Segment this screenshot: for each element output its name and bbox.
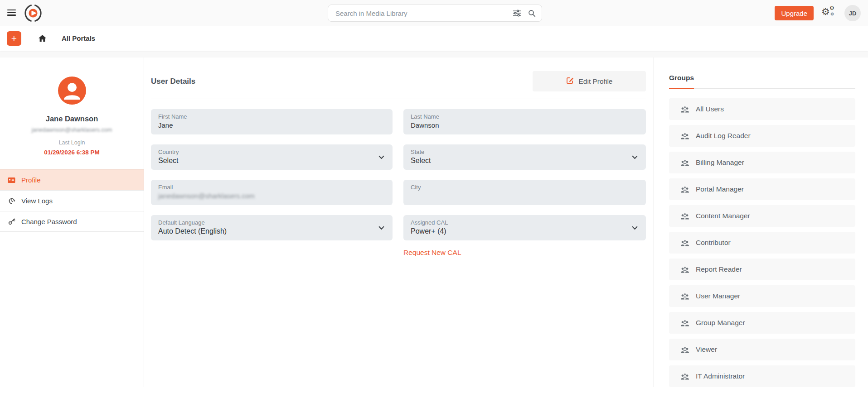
edit-icon [566,77,574,86]
last-name-field[interactable]: Last Name Dawnson [403,109,646,134]
field-label: First Name [158,113,385,120]
field-value: Select [411,157,639,165]
group-item-label: All Users [696,105,724,113]
group-item-label: Contributor [696,239,731,247]
action-bar: + All Portals [0,26,868,51]
user-details-header: User Details Edit Profile [151,58,646,99]
group-item-it-administrator[interactable]: IT Administrator [669,365,855,387]
profile-menu: Profile View Logs [0,169,144,232]
users-icon [680,106,689,113]
field-label: Default Language [158,219,385,226]
search-icon[interactable] [528,10,536,17]
request-new-cal-link[interactable]: Request New CAL [403,249,461,257]
upgrade-button[interactable]: Upgrade [775,6,814,20]
users-icon [680,293,689,300]
page-gap-strip [0,51,868,58]
menu-item-profile[interactable]: Profile [0,169,144,190]
user-details-form: First Name Jane Last Name Dawnson Countr… [151,109,654,257]
field-value: Dawnson [411,121,639,129]
top-right-cluster: Upgrade ⚙⚙⚙ JD [775,0,861,26]
field-value: Select [158,157,385,165]
page-title: User Details [151,77,195,86]
users-icon [680,133,689,139]
hamburger-icon[interactable] [7,10,16,17]
group-item-audit-log-reader[interactable]: Audit Log Reader [669,125,855,147]
group-item-all-users[interactable]: All Users [669,98,855,120]
groups-tabs: Groups [669,74,855,89]
menu-item-change-password[interactable]: Change Password [0,211,144,232]
chevron-down-icon [378,226,384,230]
group-item-label: Portal Manager [696,185,744,193]
group-item-content-manager[interactable]: Content Manager [669,205,855,227]
chevron-down-icon [632,226,638,230]
tab-groups[interactable]: Groups [669,74,694,89]
group-item-viewer[interactable]: Viewer [669,339,855,360]
field-label: State [411,149,639,155]
history-icon [8,197,15,205]
group-item-group-manager[interactable]: Group Manager [669,312,855,334]
profile-email: janedawnson@sharklasers.com [0,127,144,133]
groups-list: All Users Audit Log Reader Billing Manag… [669,98,855,387]
state-select[interactable]: State Select [403,144,646,170]
edit-profile-label: Edit Profile [579,77,613,86]
field-label: Email [158,184,385,191]
first-name-field[interactable]: First Name Jane [151,109,393,134]
email-field[interactable]: Email janedawnson@sharklasers.com [151,180,393,205]
id-card-icon [8,177,15,183]
group-item-user-manager[interactable]: User Manager [669,285,855,307]
menu-item-label: View Logs [21,197,53,205]
field-value: Power+ (4) [411,227,639,235]
edit-profile-button[interactable]: Edit Profile [533,71,646,91]
users-icon [680,266,689,273]
users-icon [680,346,689,353]
top-bar: Upgrade ⚙⚙⚙ JD [0,0,868,26]
chevron-down-icon [378,155,384,159]
groups-panel: Groups All Users Audit Log Reader Billin… [654,58,868,392]
group-item-report-reader[interactable]: Report Reader [669,259,855,280]
menu-item-label: Change Password [21,218,77,225]
assigned-cal-select[interactable]: Assigned CAL Power+ (4) [403,215,646,240]
field-value: Jane [158,121,385,129]
search-input[interactable] [335,10,506,17]
city-field[interactable]: City [403,180,646,205]
users-icon [680,240,689,246]
key-icon [8,218,15,225]
field-value: Auto Detect (English) [158,227,385,235]
default-language-select[interactable]: Default Language Auto Detect (English) [151,215,393,240]
group-item-label: Audit Log Reader [696,132,751,140]
home-icon[interactable] [38,34,47,44]
user-avatar-icon [58,77,86,105]
filter-icon[interactable] [513,10,521,17]
add-button[interactable]: + [7,31,21,46]
user-details-panel: User Details Edit Profile First Name Jan… [144,58,654,387]
field-label: Assigned CAL [411,219,639,226]
content-area: Jane Dawnson janedawnson@sharklasers.com… [0,58,868,392]
user-menu-avatar[interactable]: JD [844,5,861,21]
brand-logo[interactable] [24,4,43,24]
field-label: City [411,184,639,191]
field-label: Last Name [411,113,639,120]
group-item-label: Group Manager [696,319,745,327]
users-icon [680,373,689,380]
group-item-label: IT Administrator [696,372,745,380]
group-item-label: Report Reader [696,265,742,273]
group-item-portal-manager[interactable]: Portal Manager [669,178,855,200]
breadcrumb[interactable]: All Portals [62,34,95,42]
last-login-label: Last Login [0,139,144,146]
last-login-value: 01/29/2026 6:38 PM [0,149,144,156]
group-item-billing-manager[interactable]: Billing Manager [669,152,855,173]
menu-item-view-logs[interactable]: View Logs [0,190,144,211]
users-icon [680,320,689,326]
users-icon [680,159,689,166]
chevron-down-icon [632,155,638,159]
gears-icon[interactable]: ⚙⚙⚙ [821,6,837,20]
group-item-label: User Manager [696,292,740,300]
group-item-contributor[interactable]: Contributor [669,232,855,254]
profile-name: Jane Dawnson [0,115,144,123]
field-label: Country [158,149,385,155]
users-icon [680,213,689,220]
group-item-label: Content Manager [696,212,750,220]
country-select[interactable]: Country Select [151,144,393,170]
menu-item-label: Profile [21,176,41,184]
group-item-label: Billing Manager [696,158,744,167]
